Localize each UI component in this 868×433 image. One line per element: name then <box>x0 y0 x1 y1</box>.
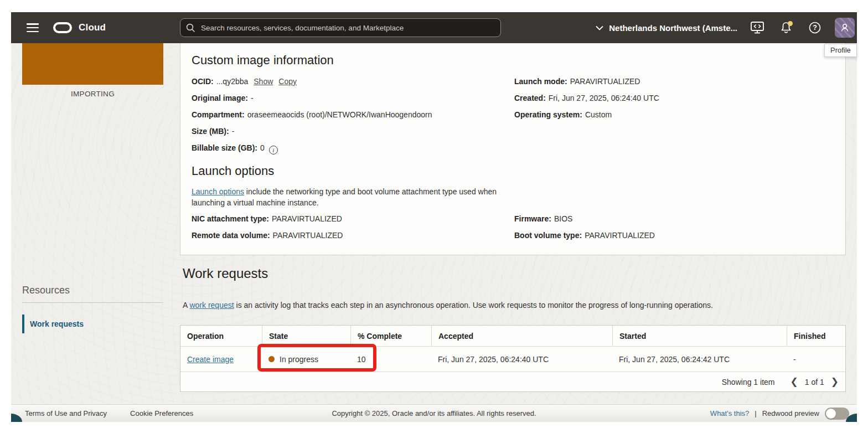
launch-options-left-column: NIC attachment type:PARAVIRTUALIZED Remo… <box>192 214 510 247</box>
help-icon: ? <box>808 21 822 34</box>
field-operating-system: Operating system:Custom <box>514 110 833 120</box>
field-launch-mode: Launch mode:PARAVIRTUALIZED <box>514 76 833 86</box>
cloud-shell-button[interactable] <box>748 19 766 37</box>
oracle-cloud-console: Cloud Netherlands Northwest (Amste... <box>0 0 868 433</box>
selected-indicator <box>22 315 24 333</box>
terms-link[interactable]: Terms of Use and Privacy <box>25 409 107 417</box>
page-indicator: 1 of 1 <box>805 378 824 386</box>
work-requests-table: Operation State % Complete Accepted Star… <box>180 325 846 392</box>
sidebar-item-work-requests[interactable]: Work requests <box>22 315 84 333</box>
field-ocid: OCID:...qy2bbaShowCopy <box>192 76 510 86</box>
work-request-link[interactable]: work request <box>189 301 234 310</box>
state-label: In progress <box>280 355 318 364</box>
image-info-right-column: Launch mode:PARAVIRTUALIZED Created:Fri,… <box>514 76 833 126</box>
column-header-started: Started <box>612 326 787 346</box>
next-page-button[interactable]: ❯ <box>830 377 840 386</box>
launch-options-title: Launch options <box>192 164 274 178</box>
showing-count: Showing 1 item <box>722 378 775 386</box>
table-row: Create image In progress 10 Fri, Jun 27,… <box>180 346 845 372</box>
profile-tooltip: Profile <box>824 44 857 57</box>
resources-divider <box>22 302 163 303</box>
launch-options-link[interactable]: Launch options <box>192 187 244 196</box>
in-progress-status-dot <box>268 356 275 362</box>
cookie-preferences-link[interactable]: Cookie Preferences <box>130 409 193 417</box>
table-pagination: Showing 1 item ❮ 1 of 1 ❯ <box>180 372 845 391</box>
finished-cell: - <box>787 347 845 372</box>
field-original-image: Original image:- <box>192 93 510 103</box>
ocid-show-link[interactable]: Show <box>254 77 273 86</box>
announcements-button[interactable] <box>777 19 795 37</box>
redwood-preview-toggle[interactable] <box>825 408 849 420</box>
ocid-copy-link[interactable]: Copy <box>278 77 297 86</box>
region-selector[interactable]: Netherlands Northwest (Amste... <box>596 23 737 33</box>
work-requests-title: Work requests <box>183 266 268 281</box>
footer-separator: | <box>755 409 756 417</box>
oracle-cloud-logo[interactable]: Cloud <box>53 22 106 33</box>
field-firmware: Firmware:BIOS <box>514 214 833 224</box>
image-info-left-column: OCID:...qy2bbaShowCopy Original image:- … <box>192 76 510 161</box>
topbar-actions: Netherlands Northwest (Amste... <box>596 12 855 43</box>
notification-dot <box>788 21 793 26</box>
column-header-accepted: Accepted <box>431 326 612 346</box>
field-billable-size: Billable size (GB):0i <box>192 143 510 154</box>
oracle-o-icon <box>53 22 72 33</box>
create-image-link[interactable]: Create image <box>187 355 234 364</box>
search-icon <box>186 23 195 33</box>
field-compartment: Compartment:oraseemeaocids (root)/NETWOR… <box>192 110 510 120</box>
cloud-shell-icon <box>750 21 764 34</box>
chevron-down-icon <box>596 25 603 30</box>
column-header-operation: Operation <box>180 326 262 346</box>
toggle-knob <box>826 409 836 419</box>
global-search[interactable] <box>180 18 501 37</box>
profile-button[interactable] <box>835 18 855 38</box>
started-cell: Fri, Jun 27, 2025, 06:24:42 UTC <box>612 347 787 372</box>
help-button[interactable]: ? <box>806 19 824 37</box>
custom-image-card: Custom image information OCID:...qy2bbaS… <box>180 43 846 255</box>
state-cell: In progress <box>262 347 350 372</box>
column-header-finished: Finished <box>787 326 845 346</box>
search-input[interactable] <box>201 24 495 32</box>
column-header-state: State <box>262 326 350 346</box>
resources-heading: Resources <box>22 285 70 296</box>
launch-options-description: Launch options include the networking ty… <box>192 186 510 208</box>
previous-page-button[interactable]: ❮ <box>789 377 799 386</box>
svg-text:?: ? <box>813 24 817 32</box>
footer-bar: Terms of Use and Privacy Cookie Preferen… <box>11 404 857 422</box>
table-header-row: Operation State % Complete Accepted Star… <box>180 326 845 346</box>
region-label: Netherlands Northwest (Amste... <box>609 23 737 33</box>
field-nic-attachment: NIC attachment type:PARAVIRTUALIZED <box>192 214 510 224</box>
work-requests-description: A work request is an activity log that t… <box>183 301 846 310</box>
top-navigation-bar: Cloud Netherlands Northwest (Amste... <box>11 12 857 43</box>
redwood-preview-label: Redwood preview <box>762 409 819 417</box>
info-icon[interactable]: i <box>269 146 278 154</box>
profile-person-icon <box>839 22 850 33</box>
percent-complete-cell: 10 <box>350 347 431 372</box>
field-remote-data-volume: Remote data volume:PARAVIRTUALIZED <box>192 230 510 240</box>
image-status-thumbnail <box>22 43 163 85</box>
image-status-label: IMPORTING <box>22 90 163 98</box>
accepted-cell: Fri, Jun 27, 2025, 06:24:40 UTC <box>431 347 612 372</box>
brand-label: Cloud <box>79 22 106 33</box>
field-boot-volume-type: Boot volume type:PARAVIRTUALIZED <box>514 230 833 240</box>
column-header-percent: % Complete <box>350 326 431 346</box>
launch-options-right-column: Firmware:BIOS Boot volume type:PARAVIRTU… <box>514 214 833 247</box>
field-size-mb: Size (MB):- <box>192 126 510 136</box>
hamburger-menu-icon[interactable] <box>27 23 39 32</box>
sidebar-item-label: Work requests <box>30 319 84 328</box>
custom-image-info-title: Custom image information <box>192 53 334 68</box>
field-created: Created:Fri, Jun 27, 2025, 06:24:40 UTC <box>514 93 833 103</box>
whats-this-link[interactable]: What's this? <box>710 409 749 417</box>
